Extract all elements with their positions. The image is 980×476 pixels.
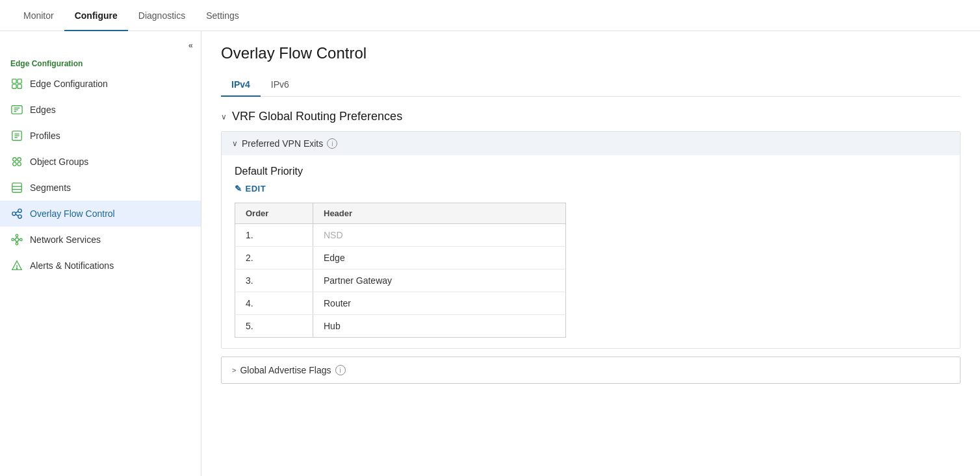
grid-icon <box>10 77 23 90</box>
sidebar-item-alerts-notifications[interactable]: Alerts & Notifications <box>0 253 201 279</box>
sidebar-item-label: Profiles <box>30 131 60 141</box>
pencil-icon: ✎ <box>235 184 242 194</box>
svg-point-27 <box>12 238 14 241</box>
sidebar-item-edges[interactable]: Edges <box>0 97 201 123</box>
sidebar-item-label: Network Services <box>30 234 101 245</box>
vrf-section: ∨ VRF Global Routing Preferences ∨ Prefe… <box>221 110 961 384</box>
preferred-vpn-exits-info-icon[interactable]: i <box>327 138 337 149</box>
table-row: 4. Router <box>235 292 566 315</box>
sidebar: « Edge Configuration Edge Configuration <box>0 31 201 476</box>
svg-point-24 <box>15 238 18 241</box>
svg-point-19 <box>12 212 16 215</box>
row-order: 3. <box>235 269 313 292</box>
svg-line-23 <box>16 214 18 216</box>
collapse-icon[interactable]: « <box>188 40 193 50</box>
global-advertise-flags-label: Global Advertise Flags <box>240 365 331 375</box>
tabs-container: IPv4 IPv6 <box>221 73 961 97</box>
subsection-chevron-icon: ∨ <box>232 139 238 148</box>
alerts-icon <box>10 259 23 272</box>
table-row: 5. Hub <box>235 315 566 338</box>
svg-rect-1 <box>18 79 21 83</box>
main-layout: « Edge Configuration Edge Configuration <box>0 31 980 476</box>
preferred-vpn-exits-body: Default Priority ✎ EDIT Order Header <box>222 155 960 348</box>
nav-settings[interactable]: Settings <box>196 0 250 31</box>
nav-monitor[interactable]: Monitor <box>13 0 64 31</box>
global-advertise-flags-info-icon[interactable]: i <box>335 365 346 375</box>
tab-ipv4[interactable]: IPv4 <box>221 73 261 96</box>
sidebar-item-profiles[interactable]: Profiles <box>0 123 201 149</box>
object-groups-icon <box>10 155 23 168</box>
svg-rect-0 <box>12 79 16 83</box>
chevron-right-icon: > <box>232 366 236 374</box>
row-order: 1. <box>235 224 313 247</box>
col-header-header: Header <box>313 203 566 224</box>
table-row: 3. Partner Gateway <box>235 269 566 292</box>
edit-label: EDIT <box>246 184 266 194</box>
edit-button[interactable]: ✎ EDIT <box>235 184 947 194</box>
svg-rect-16 <box>12 183 21 192</box>
svg-point-14 <box>13 162 16 166</box>
global-advertise-flags-section: > Global Advertise Flags i <box>221 357 961 384</box>
sidebar-item-object-groups[interactable]: Object Groups <box>0 149 201 175</box>
col-header-order: Order <box>235 203 313 224</box>
edge-icon <box>10 103 23 116</box>
preferred-vpn-exits-label: Preferred VPN Exits <box>242 138 323 149</box>
nav-configure[interactable]: Configure <box>64 0 128 31</box>
svg-line-22 <box>16 211 18 213</box>
sidebar-item-network-services[interactable]: Network Services <box>0 227 201 253</box>
network-icon <box>10 233 23 246</box>
overlay-icon <box>10 207 23 220</box>
table-row: 2. Edge <box>235 247 566 269</box>
svg-point-12 <box>13 158 16 161</box>
profiles-icon <box>10 129 23 142</box>
row-header: NSD <box>313 224 566 247</box>
collapse-button[interactable]: « <box>0 38 201 55</box>
row-header: Partner Gateway <box>313 269 566 292</box>
svg-point-20 <box>18 209 21 212</box>
global-advertise-flags-header[interactable]: > Global Advertise Flags i <box>222 357 960 383</box>
page-title: Overlay Flow Control <box>221 44 961 62</box>
svg-point-28 <box>20 238 23 241</box>
sidebar-item-label: Segments <box>30 182 71 193</box>
svg-point-26 <box>16 243 18 245</box>
default-priority-label: Default Priority <box>235 166 947 177</box>
row-order: 2. <box>235 247 313 269</box>
svg-point-21 <box>18 215 21 218</box>
sidebar-item-label: Object Groups <box>30 157 88 167</box>
sidebar-item-label: Edges <box>30 105 56 115</box>
svg-point-34 <box>16 268 17 269</box>
sidebar-section-label: Edge Configuration <box>0 55 201 71</box>
sidebar-item-label: Overlay Flow Control <box>30 208 115 219</box>
row-order: 5. <box>235 315 313 338</box>
content-area: Overlay Flow Control IPv4 IPv6 ∨ VRF Glo… <box>201 31 980 476</box>
tab-ipv6[interactable]: IPv6 <box>261 73 300 96</box>
svg-point-15 <box>18 162 21 166</box>
sidebar-item-edge-configuration[interactable]: Edge Configuration <box>0 71 201 97</box>
chevron-down-icon: ∨ <box>221 112 227 121</box>
sidebar-item-label: Edge Configuration <box>30 79 108 89</box>
top-navigation: Monitor Configure Diagnostics Settings <box>0 0 980 31</box>
table-row: 1. NSD <box>235 224 566 247</box>
preferred-vpn-exits-subsection: ∨ Preferred VPN Exits i Default Priority… <box>221 131 961 349</box>
sidebar-item-overlay-flow-control[interactable]: Overlay Flow Control <box>0 201 201 227</box>
nav-diagnostics[interactable]: Diagnostics <box>128 0 196 31</box>
row-header: Edge <box>313 247 566 269</box>
row-header: Router <box>313 292 566 315</box>
priority-table: Order Header 1. NSD 2. Edge <box>235 203 566 338</box>
sidebar-item-segments[interactable]: Segments <box>0 175 201 201</box>
segments-icon <box>10 181 23 194</box>
svg-rect-2 <box>12 84 16 88</box>
svg-point-25 <box>16 234 18 237</box>
row-order: 4. <box>235 292 313 315</box>
vrf-section-title: VRF Global Routing Preferences <box>232 110 402 123</box>
row-header: Hub <box>313 315 566 338</box>
svg-rect-3 <box>18 84 21 88</box>
sidebar-item-label: Alerts & Notifications <box>30 260 114 271</box>
vrf-section-header[interactable]: ∨ VRF Global Routing Preferences <box>221 110 961 123</box>
svg-point-13 <box>18 158 21 161</box>
preferred-vpn-exits-header[interactable]: ∨ Preferred VPN Exits i <box>222 132 960 155</box>
